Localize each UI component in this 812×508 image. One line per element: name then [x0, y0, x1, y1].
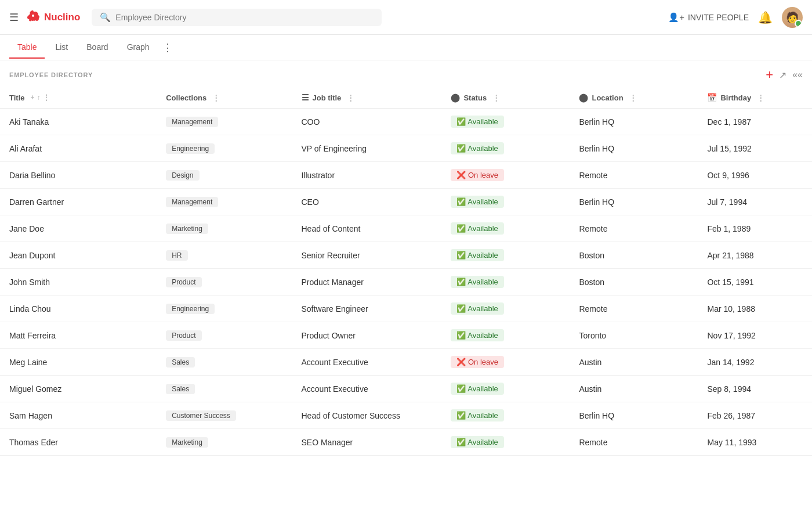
col-birthday-label: Birthday	[720, 93, 751, 102]
cell-collection: Product	[157, 322, 292, 349]
cell-name: Meg Laine	[0, 349, 157, 376]
cell-collection: Engineering	[157, 135, 292, 162]
col-collections-more[interactable]: ⋮	[212, 93, 220, 102]
location-col-icon: ⬤	[579, 93, 588, 102]
cell-name: John Smith	[0, 269, 157, 296]
cell-name: Linda Chou	[0, 296, 157, 322]
invite-label: INVITE PEOPLE	[688, 13, 749, 22]
cell-name: Miguel Gomez	[0, 376, 157, 402]
col-header-title: Title + ↑ ⋮	[0, 87, 157, 109]
col-location-label: Location	[592, 93, 623, 102]
cell-location: Austin	[570, 376, 698, 402]
table-row[interactable]: Jane Doe Marketing Head of Content ✅ Ava…	[0, 215, 812, 242]
cell-collection: Marketing	[157, 215, 292, 242]
logo[interactable]: Nuclino	[26, 9, 80, 26]
cell-location: Remote	[570, 162, 698, 189]
search-icon: 🔍	[100, 12, 111, 23]
col-title-actions: + ↑ ⋮	[31, 93, 50, 102]
cell-jobtitle: COO	[292, 109, 442, 135]
table-row[interactable]: John Smith Product Product Manager ✅ Ava…	[0, 269, 812, 296]
cell-birthday: Nov 17, 1992	[698, 322, 812, 349]
table-row[interactable]: Darren Gartner Management CEO ✅ Availabl…	[0, 189, 812, 215]
col-location-more[interactable]: ⋮	[629, 93, 637, 102]
col-status-more[interactable]: ⋮	[492, 93, 500, 102]
table-row[interactable]: Miguel Gomez Sales Account Executive ✅ A…	[0, 376, 812, 402]
cell-status: ❌ On leave	[441, 349, 570, 376]
tab-table[interactable]: Table	[9, 37, 45, 59]
table-row[interactable]: Aki Tanaka Management COO ✅ Available Be…	[0, 109, 812, 135]
cell-status: ✅ Available	[441, 269, 570, 296]
tab-graph[interactable]: Graph	[119, 37, 158, 59]
cell-jobtitle: VP of Engineering	[292, 135, 442, 162]
add-button[interactable]: +	[766, 67, 773, 82]
cell-location: Berlin HQ	[570, 109, 698, 135]
topbar: ☰ Nuclino 🔍 👤+ INVITE PEOPLE 🔔 🧑	[0, 0, 812, 35]
svg-point-0	[32, 15, 34, 17]
cell-jobtitle: CEO	[292, 189, 442, 215]
cell-jobtitle: Product Owner	[292, 322, 442, 349]
cell-location: Berlin HQ	[570, 135, 698, 162]
cell-name: Thomas Eder	[0, 429, 157, 456]
birthday-col-icon: 📅	[707, 93, 717, 102]
cell-name: Sam Hagen	[0, 402, 157, 429]
logo-text: Nuclino	[44, 12, 80, 23]
col-jobtitle-more[interactable]: ⋮	[347, 93, 354, 102]
section-actions: + ↗ ««	[766, 67, 803, 82]
cell-jobtitle: Head of Customer Success	[292, 402, 442, 429]
person-add-icon: 👤+	[668, 12, 684, 23]
cell-name: Jane Doe	[0, 215, 157, 242]
cell-location: Remote	[570, 215, 698, 242]
status-col-icon: ⬤	[451, 93, 460, 102]
cell-name: Ali Arafat	[0, 135, 157, 162]
expand-icon[interactable]: ↗	[779, 70, 786, 81]
search-bar[interactable]: 🔍	[92, 9, 382, 26]
cell-status: ✅ Available	[441, 215, 570, 242]
table-row[interactable]: Linda Chou Engineering Software Engineer…	[0, 296, 812, 322]
table-row[interactable]: Jean Dupont HR Senior Recruiter ✅ Availa…	[0, 242, 812, 269]
sort-col-icon[interactable]: ↑	[37, 93, 41, 102]
cell-location: Boston	[570, 242, 698, 269]
cell-collection: Product	[157, 269, 292, 296]
cell-jobtitle: Account Executive	[292, 349, 442, 376]
invite-people-button[interactable]: 👤+ INVITE PEOPLE	[668, 12, 749, 23]
employee-table: Title + ↑ ⋮ Collections ⋮	[0, 87, 812, 456]
table-row[interactable]: Daria Bellino Design Illustrator ❌ On le…	[0, 162, 812, 189]
cell-collection: Sales	[157, 349, 292, 376]
table-row[interactable]: Ali Arafat Engineering VP of Engineering…	[0, 135, 812, 162]
col-collections-label: Collections	[166, 93, 206, 102]
add-col-icon[interactable]: +	[31, 93, 35, 102]
cell-birthday: Jul 15, 1992	[698, 135, 812, 162]
cell-jobtitle: Software Engineer	[292, 296, 442, 322]
bell-icon[interactable]: 🔔	[758, 10, 773, 24]
cell-birthday: May 11, 1993	[698, 429, 812, 456]
tab-more-button[interactable]: ⋮	[160, 38, 175, 57]
tab-board[interactable]: Board	[78, 37, 116, 59]
topbar-right: 👤+ INVITE PEOPLE 🔔 🧑	[668, 7, 803, 28]
table-row[interactable]: Thomas Eder Marketing SEO Manager ✅ Avai…	[0, 429, 812, 456]
cell-name: Matt Ferreira	[0, 322, 157, 349]
cell-birthday: Jul 7, 1994	[698, 189, 812, 215]
logo-icon	[26, 9, 41, 26]
cell-collection: Management	[157, 109, 292, 135]
table-row[interactable]: Sam Hagen Customer Success Head of Custo…	[0, 402, 812, 429]
tabs-bar: Table List Board Graph ⋮	[0, 35, 812, 60]
cell-birthday: Jan 14, 1992	[698, 349, 812, 376]
cell-status: ✅ Available	[441, 189, 570, 215]
col-header-jobtitle: ☰ Job title ⋮	[292, 87, 442, 109]
cell-location: Boston	[570, 269, 698, 296]
employee-table-wrapper: Title + ↑ ⋮ Collections ⋮	[0, 87, 812, 456]
col-birthday-more[interactable]: ⋮	[757, 93, 764, 102]
section-title: EMPLOYEE DIRECTORY	[9, 71, 93, 78]
table-row[interactable]: Matt Ferreira Product Product Owner ✅ Av…	[0, 322, 812, 349]
menu-icon[interactable]: ☰	[9, 11, 19, 24]
table-row[interactable]: Meg Laine Sales Account Executive ❌ On l…	[0, 349, 812, 376]
cell-location: Austin	[570, 349, 698, 376]
cell-collection: Engineering	[157, 296, 292, 322]
cell-collection: Customer Success	[157, 402, 292, 429]
collapse-icon[interactable]: ««	[792, 70, 803, 80]
search-input[interactable]	[115, 13, 374, 22]
more-col-icon[interactable]: ⋮	[43, 93, 50, 102]
avatar[interactable]: 🧑	[782, 7, 803, 28]
tab-list[interactable]: List	[47, 37, 76, 59]
cell-birthday: Sep 8, 1994	[698, 376, 812, 402]
